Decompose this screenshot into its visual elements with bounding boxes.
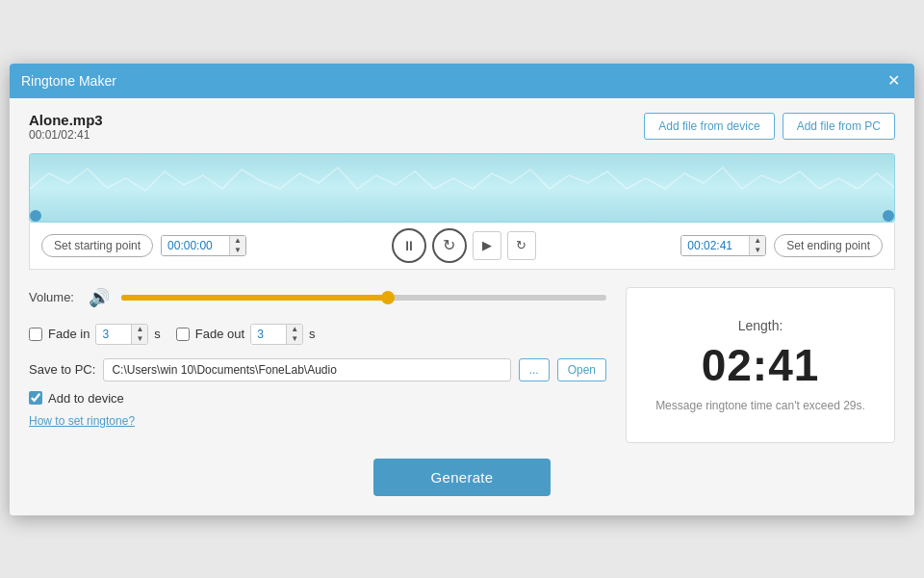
file-name: Alone.mp3 <box>29 112 103 128</box>
end-time-input-group: ▲ ▼ <box>680 235 766 256</box>
fade-in-spinner: ▲ ▼ <box>95 324 148 345</box>
add-device-label: Add to device <box>48 391 124 406</box>
right-controls: ▲ ▼ Set ending point <box>680 234 883 257</box>
end-time-down[interactable]: ▼ <box>750 246 765 255</box>
start-time-down[interactable]: ▼ <box>230 246 245 255</box>
fade-in-spin-buttons: ▲ ▼ <box>131 325 147 344</box>
waveform-handle-left[interactable] <box>30 210 41 222</box>
start-time-up[interactable]: ▲ <box>230 236 245 246</box>
play-button[interactable]: ▶ <box>473 231 501 260</box>
options-section: Volume: 🔊 Fade in <box>29 287 895 443</box>
save-label: Save to PC: <box>29 362 95 377</box>
set-starting-point-button[interactable]: Set starting point <box>41 234 153 257</box>
fade-out-group: Fade out ▲ ▼ s <box>176 324 316 345</box>
fade-in-s-label: s <box>154 327 161 341</box>
length-label: Length: <box>738 318 783 333</box>
fade-out-spinner: ▲ ▼ <box>250 324 303 345</box>
fade-out-up[interactable]: ▲ <box>287 325 302 334</box>
fade-out-spin-buttons: ▲ ▼ <box>286 325 302 344</box>
top-buttons: Add file from device Add file from PC <box>644 113 895 140</box>
waveform-display <box>30 154 894 222</box>
fade-in-value[interactable] <box>96 325 131 344</box>
content-area: Alone.mp3 00:01/02:41 Add file from devi… <box>10 98 914 515</box>
save-path-input[interactable] <box>103 358 510 381</box>
volume-thumb[interactable] <box>381 291 395 304</box>
start-time-input[interactable] <box>162 236 229 255</box>
volume-fill <box>121 295 388 301</box>
length-value: 02:41 <box>702 339 820 391</box>
length-info-panel: Length: 02:41 Message ringtone time can'… <box>626 287 895 443</box>
fade-out-s-label: s <box>309 327 316 341</box>
fade-out-down[interactable]: ▼ <box>287 334 302 344</box>
title-bar: Ringtone Maker ✕ <box>10 64 914 98</box>
window-title: Ringtone Maker <box>21 73 116 89</box>
open-button[interactable]: Open <box>557 358 606 381</box>
volume-icon: 🔊 <box>89 287 110 308</box>
fade-out-checkbox[interactable] <box>176 328 190 341</box>
browse-button[interactable]: ... <box>519 358 550 381</box>
fade-out-label: Fade out <box>195 327 244 341</box>
pause-button[interactable]: ⏸ <box>392 228 426 263</box>
volume-row: Volume: 🔊 <box>29 287 606 308</box>
start-time-input-group: ▲ ▼ <box>161 235 246 256</box>
start-time-spinners: ▲ ▼ <box>229 236 245 255</box>
replay-button[interactable]: ↻ <box>432 228 467 263</box>
fade-in-down[interactable]: ▼ <box>132 334 147 344</box>
generate-row: Generate <box>29 459 895 496</box>
center-controls: ⏸ ↻ ▶ ↻ <box>254 228 673 263</box>
top-bar: Alone.mp3 00:01/02:41 Add file from devi… <box>29 112 895 142</box>
fade-in-label: Fade in <box>48 327 90 341</box>
save-row: Save to PC: ... Open <box>29 358 606 381</box>
end-time-input[interactable] <box>681 236 749 255</box>
volume-label: Volume: <box>29 290 77 304</box>
volume-track <box>121 295 606 301</box>
how-to-link[interactable]: How to set ringtone? <box>29 414 135 428</box>
left-options: Volume: 🔊 Fade in <box>29 287 606 443</box>
waveform[interactable] <box>29 153 895 223</box>
end-time-spinners: ▲ ▼ <box>749 236 765 255</box>
fade-in-checkbox[interactable] <box>29 328 42 341</box>
file-info: Alone.mp3 00:01/02:41 <box>29 112 103 142</box>
set-ending-point-button[interactable]: Set ending point <box>774 234 883 257</box>
add-from-device-button[interactable]: Add file from device <box>644 113 774 140</box>
fade-in-group: Fade in ▲ ▼ s <box>29 324 161 345</box>
controls-row: Set starting point ▲ ▼ ⏸ ↻ ▶ ↻ ▲ <box>29 223 895 270</box>
volume-slider[interactable] <box>121 295 606 301</box>
length-note: Message ringtone time can't exceed 29s. <box>655 399 865 412</box>
close-button[interactable]: ✕ <box>884 71 903 91</box>
waveform-handle-right[interactable] <box>883 210 894 222</box>
generate-button[interactable]: Generate <box>373 459 552 496</box>
main-window: Ringtone Maker ✕ Alone.mp3 00:01/02:41 A… <box>10 64 914 515</box>
add-device-checkbox[interactable] <box>29 391 42 405</box>
fade-out-value[interactable] <box>251 325 286 344</box>
add-device-row: Add to device <box>29 391 606 406</box>
end-time-up[interactable]: ▲ <box>750 236 765 246</box>
fade-in-up[interactable]: ▲ <box>132 325 147 334</box>
file-time: 00:01/02:41 <box>29 128 103 142</box>
fade-row: Fade in ▲ ▼ s Fade out <box>29 324 606 345</box>
replay-small-button[interactable]: ↻ <box>507 231 536 260</box>
add-from-pc-button[interactable]: Add file from PC <box>783 113 895 140</box>
